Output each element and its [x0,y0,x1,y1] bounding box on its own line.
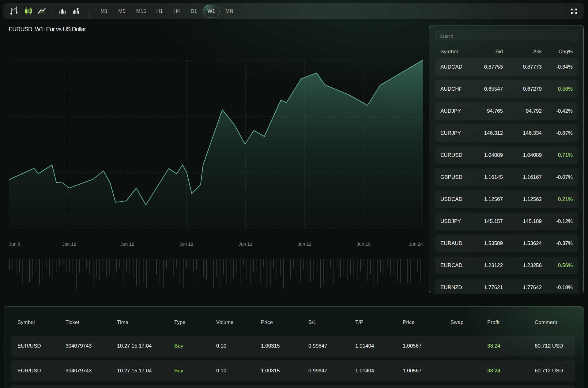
svg-text:Jun 24: Jun 24 [409,241,423,247]
svg-text:Jun 12: Jun 12 [298,241,311,247]
svg-text:Jun 12: Jun 12 [120,241,134,247]
svg-text:Jun 12: Jun 12 [179,241,193,247]
svg-text:Jun 12: Jun 12 [62,241,76,247]
svg-text:Jun 18: Jun 18 [357,241,371,247]
svg-text:Jun 6: Jun 6 [9,241,21,247]
svg-text:Jun 12: Jun 12 [239,241,252,247]
